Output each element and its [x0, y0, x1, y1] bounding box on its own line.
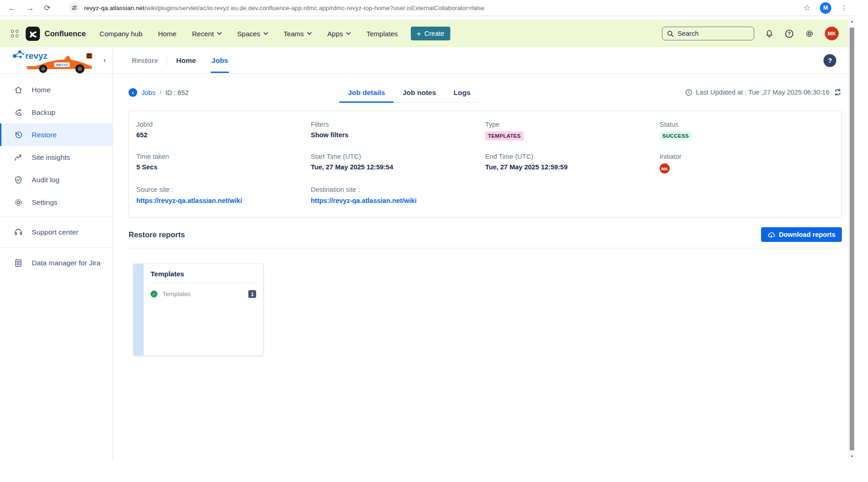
success-check-icon: ✓ [151, 291, 157, 297]
plus-icon: + [417, 30, 421, 38]
bookmark-star-icon[interactable]: ☆ [803, 3, 811, 13]
nav-teams[interactable]: Teams [284, 30, 312, 38]
restore-reports-bar: Restore reports Download reports [129, 227, 842, 242]
topnav-menu: Company hub Home Recent Spaces Teams App… [100, 30, 398, 38]
job-toolbar: ‹ Jobs / ID : 652 Job details Job notes … [129, 86, 842, 103]
field-filters: Filters Show filters [311, 121, 485, 140]
product-name: Confluence [45, 29, 86, 38]
refresh-icon[interactable] [834, 88, 842, 96]
tab-job-details[interactable]: Job details [339, 86, 394, 102]
svg-text:revyz: revyz [25, 51, 48, 61]
search-input[interactable] [678, 30, 746, 37]
svg-text:42: 42 [88, 55, 91, 57]
destination-site-link[interactable]: https://revyz-qa.atlassian.net/wiki [311, 197, 416, 204]
sidebar-item-site-insights[interactable]: Site insights [0, 146, 112, 168]
restore-reports-title: Restore reports [129, 230, 185, 239]
url-domain: revyz-qa.atlassian.net [84, 5, 144, 11]
tab-jobs[interactable]: Jobs [211, 48, 229, 73]
status-badge: SUCCESS [660, 131, 692, 140]
search-box[interactable] [662, 27, 754, 40]
back-button[interactable]: ‹ [129, 88, 137, 97]
settings-gear-icon[interactable] [805, 29, 814, 39]
user-avatar[interactable]: MK [825, 27, 839, 40]
url-bar[interactable]: revyz-qa.atlassian.net/wiki/plugins/serv… [84, 5, 484, 11]
show-filters-toggle[interactable]: Show filters [311, 131, 485, 139]
nav-company-hub[interactable]: Company hub [100, 30, 142, 38]
clock-icon [685, 89, 693, 96]
page-header: Restore Home Jobs ? [113, 47, 848, 74]
job-detail-tabs: Job details Job notes Logs [339, 86, 479, 103]
templates-report-card: Templates ✓ Templates 1 [133, 263, 263, 356]
forward-icon[interactable]: → [26, 4, 34, 12]
source-site-link[interactable]: https://revyz-qa.atlassian.net/wiki [136, 197, 242, 204]
svg-text:REVYZ: REVYZ [56, 63, 67, 67]
last-updated: Last Updated at : Tue ,27 May 2025 06:30… [685, 86, 842, 96]
nav-home[interactable]: Home [158, 30, 176, 38]
backup-icon [14, 108, 23, 117]
sidebar-item-home[interactable]: Home [0, 78, 112, 101]
nav-apps[interactable]: Apps [327, 30, 351, 38]
sidebar-collapse-icon[interactable]: ‹ [103, 56, 106, 65]
job-details-card: JobId 652 Filters Show filters Type TEMP… [129, 111, 842, 218]
report-row[interactable]: ✓ Templates 1 [151, 290, 256, 298]
app-sidebar: revyz 42 REVYZ ‹ Home [0, 47, 113, 461]
initiator-avatar[interactable]: MK [660, 163, 670, 174]
page-help-button[interactable]: ? [823, 54, 836, 67]
breadcrumb-root[interactable]: Restore [132, 56, 158, 65]
nav-spaces[interactable]: Spaces [237, 30, 268, 38]
field-jobid: JobId 652 [136, 121, 311, 140]
tab-job-notes[interactable]: Job notes [394, 86, 445, 102]
field-source-site: Source site : https://revyz-qa.atlassian… [136, 186, 311, 205]
browser-menu-icon[interactable]: ⋮ [840, 4, 848, 12]
sidebar-item-restore[interactable]: Restore [0, 123, 112, 146]
back-icon[interactable]: ← [8, 4, 16, 12]
cloud-download-icon [767, 231, 775, 238]
report-count-badge: 1 [248, 290, 256, 298]
scroll-down-icon[interactable]: ▼ [849, 454, 855, 459]
chevron-down-icon [263, 32, 268, 35]
scroll-up-icon[interactable]: ▲ [849, 19, 855, 23]
sidebar-item-audit-log[interactable]: Audit log [0, 168, 112, 191]
field-status: Status SUCCESS [660, 121, 834, 140]
card-accent-stripe [134, 264, 144, 355]
divider [167, 56, 167, 66]
headset-icon [14, 228, 23, 237]
app-switcher-icon[interactable] [11, 30, 18, 37]
browser-toolbar: ← → ⟳ revyz-qa.atlassian.net/wiki/plugin… [0, 0, 855, 16]
molecule-icon [13, 50, 24, 58]
sidebar-item-support-center[interactable]: Support center [0, 220, 112, 244]
field-start-time: Start Time (UTC) Tue, 27 May 2025 12:59:… [311, 153, 485, 174]
sidebar-divider [0, 217, 112, 217]
create-button[interactable]: + Create [411, 27, 450, 40]
nav-recent[interactable]: Recent [192, 30, 222, 38]
field-initiator: Initiator MK [660, 153, 834, 174]
tab-home[interactable]: Home [175, 48, 197, 73]
audit-shield-icon [14, 175, 23, 185]
last-updated-text: Last Updated at : Tue ,27 May 2025 06:30… [696, 89, 829, 96]
chevron-down-icon [217, 32, 222, 35]
scrollbar-thumb[interactable] [850, 28, 854, 450]
notifications-bell-icon[interactable] [765, 29, 774, 39]
report-row-label: Templates [162, 291, 243, 297]
vertical-scrollbar[interactable]: ▲ ▼ [848, 17, 855, 461]
main-area: Restore Home Jobs ? ‹ Jobs / ID : 652 Jo… [113, 47, 848, 461]
tab-logs[interactable]: Logs [445, 86, 479, 102]
url-path: /wiki/plugins/servlet/ac/io.revyz.eu.de.… [145, 5, 485, 11]
restore-icon [14, 130, 23, 140]
download-reports-button[interactable]: Download reports [761, 227, 842, 242]
reload-icon[interactable]: ⟳ [44, 4, 50, 12]
sidebar-item-data-manager-jira[interactable]: Data manager for Jira [0, 251, 112, 275]
sidebar-item-settings[interactable]: Settings [0, 191, 112, 213]
help-icon[interactable]: ? [784, 29, 794, 39]
breadcrumb-jobs-link[interactable]: Jobs [141, 89, 156, 96]
browser-profile-avatar[interactable]: M [820, 2, 831, 14]
confluence-logo-icon[interactable] [26, 27, 40, 41]
svg-text:?: ? [788, 31, 790, 36]
confluence-topnav: Confluence Company hub Home Recent Space… [0, 20, 855, 47]
job-id-label: ID : 652 [165, 89, 189, 96]
card-title: Templates [151, 270, 256, 283]
breadcrumb-separator: / [160, 89, 162, 96]
nav-templates[interactable]: Templates [366, 30, 398, 38]
site-info-icon[interactable] [69, 2, 80, 13]
sidebar-item-backup[interactable]: Backup [0, 101, 112, 123]
